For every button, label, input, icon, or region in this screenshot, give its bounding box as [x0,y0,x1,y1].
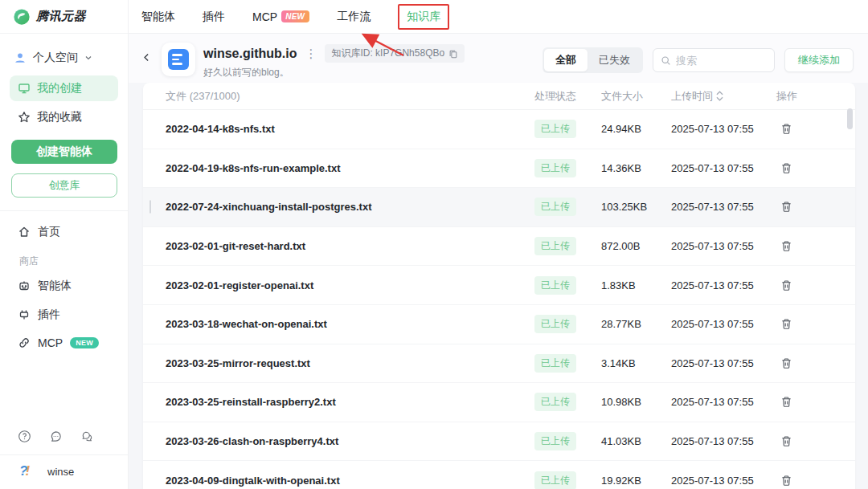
nav-item-knowledge-base[interactable]: 知识库 [398,4,449,30]
app-window: 腾讯元器 个人空间 我的创建 我的收藏 [0,0,868,489]
knowledge-base-id[interactable]: 知识库ID: kIP7GNh58QBo [325,44,465,63]
nav-item-agent[interactable]: 智能体 [141,10,175,24]
workspace-selector[interactable]: 个人空间 [0,48,128,67]
file-name: 2022-07-24-xinchuang-install-postgres.tx… [166,201,534,213]
table-row[interactable]: 2023-03-25-reinstall-raspberry2.txt 已上传 … [143,383,855,422]
table-header-row: 文件 (237/1000) 处理状态 文件大小 上传时间 操作 [143,83,855,110]
user-profile[interactable]: ?! winse [0,454,128,489]
star-icon [18,111,31,124]
search-input[interactable] [676,55,764,67]
table-row[interactable]: 2023-03-18-wechat-on-openai.txt 已上传 28.7… [143,305,855,344]
table-row[interactable]: 2022-07-24-xinchuang-install-postgres.tx… [143,188,855,227]
copy-icon[interactable] [448,49,458,59]
home-icon [18,226,31,238]
create-agent-button[interactable]: 创建智能体 [11,140,117,164]
sidebar-item-label: 我的收藏 [37,110,82,124]
file-name: 2023-03-18-wechat-on-openai.txt [166,318,534,330]
status-badge: 已上传 [534,276,576,295]
search-icon [661,55,671,66]
delete-button[interactable] [778,160,795,177]
more-options-icon[interactable]: ⋮ [303,47,318,61]
delete-button[interactable] [778,316,795,332]
status-badge: 已上传 [534,471,576,489]
delete-button[interactable] [778,472,795,489]
delete-button[interactable] [778,120,795,137]
table-row[interactable]: 2023-02-01-register-openai.txt 已上传 1.83K… [143,266,855,305]
table-row[interactable]: 2022-04-19-k8s-nfs-run-example.txt 已上传 1… [143,149,855,189]
upload-time: 2025-07-13 07:55 [671,240,776,252]
file-table-card: 文件 (237/1000) 处理状态 文件大小 上传时间 操作 2022-0 [143,83,855,489]
table-scrollbar[interactable] [847,108,853,129]
column-header-time: 上传时间 [671,89,776,104]
row-checkbox[interactable] [149,200,151,214]
delete-button[interactable] [778,433,795,450]
file-size: 103.25KB [601,201,671,213]
status-badge: 已上传 [534,315,576,333]
community-icon[interactable] [80,430,94,443]
brand-name: 腾讯元器 [36,9,86,24]
status-filter: 全部 已失效 [542,47,643,73]
main-content: winse.github.io ⋮ 知识库ID: kIP7GNh58QBo 好久… [129,34,868,489]
nav-item-workflow[interactable]: 工作流 [337,10,371,24]
upload-time: 2025-07-13 07:55 [671,123,776,135]
status-badge: 已上传 [534,393,576,411]
delete-button[interactable] [778,198,795,215]
sidebar-item-home[interactable]: 首页 [0,218,128,247]
store-section-label: 商店 [0,247,128,271]
sort-icon[interactable] [716,91,723,101]
column-header-size: 文件大小 [601,89,671,104]
table-body: 2022-04-14-k8s-nfs.txt 已上传 24.94KB 2025-… [143,110,855,489]
idea-library-button[interactable]: 创意库 [11,173,117,198]
status-badge: 已上传 [534,159,576,177]
table-row[interactable]: 2023-03-25-mirror-request.txt 已上传 3.14KB… [143,344,855,384]
file-size: 3.14KB [601,357,671,369]
nav-item-mcp[interactable]: MCP NEW [252,10,309,23]
status-badge: 已上传 [534,120,576,138]
delete-button[interactable] [778,393,795,410]
user-name: winse [47,466,74,478]
sidebar-item-my-creations[interactable]: 我的创建 [10,75,118,101]
new-badge: NEW [281,10,309,22]
file-size: 28.77KB [601,318,671,330]
table-row[interactable]: 2023-02-01-git-reset-hard.txt 已上传 872.00… [143,227,855,267]
sidebar-item-my-favorites[interactable]: 我的收藏 [10,104,118,130]
sidebar: 腾讯元器 个人空间 我的创建 我的收藏 [0,0,129,489]
upload-time: 2025-07-13 07:55 [671,357,776,369]
table-row[interactable]: 2023-03-26-clash-on-raspberry4.txt 已上传 4… [143,422,855,462]
page-title: winse.github.io [203,47,297,61]
status-badge: 已上传 [534,432,576,450]
table-row[interactable]: 2023-04-09-dingtalk-with-openai.txt 已上传 … [143,461,855,489]
nav-label: 插件 [203,10,225,24]
table-row[interactable]: 2022-04-14-k8s-nfs.txt 已上传 24.94KB 2025-… [143,110,855,149]
search-box[interactable] [653,48,775,72]
help-icon[interactable] [18,430,31,443]
avatar: ?! [19,463,40,479]
brand-logo[interactable]: 腾讯元器 [0,0,128,34]
delete-button[interactable] [778,277,795,294]
nav-label: 知识库 [407,10,440,24]
knowledge-base-header: winse.github.io ⋮ 知识库ID: kIP7GNh58QBo 好久… [129,34,868,83]
sidebar-item-store-mcp[interactable]: MCP NEW [0,329,128,357]
filter-all-tab[interactable]: 全部 [544,49,588,71]
delete-button[interactable] [778,238,795,255]
file-name: 2023-03-25-mirror-request.txt [166,357,534,369]
back-button[interactable] [140,43,154,72]
file-name: 2023-04-09-dingtalk-with-openai.txt [166,475,534,487]
plugin-icon [18,308,31,321]
sidebar-item-store-agent[interactable]: 智能体 [0,271,128,300]
continue-add-button[interactable]: 继续添加 [784,48,854,72]
logo-icon [13,8,31,26]
upload-time: 2025-07-13 07:55 [671,201,776,213]
nav-item-plugin[interactable]: 插件 [203,10,225,24]
status-badge: 已上传 [534,198,576,216]
chat-feedback-icon[interactable] [49,430,63,443]
sidebar-footer: ?! winse [0,420,128,489]
chevron-down-icon [84,53,93,63]
upload-time: 2025-07-13 07:55 [671,279,776,291]
sidebar-item-label: MCP [38,336,63,349]
filter-invalid-tab[interactable]: 已失效 [588,49,641,71]
nav-label: 工作流 [337,10,371,24]
sidebar-item-store-plugin[interactable]: 插件 [0,300,128,329]
nav-label: 智能体 [141,10,175,24]
delete-button[interactable] [778,355,795,372]
